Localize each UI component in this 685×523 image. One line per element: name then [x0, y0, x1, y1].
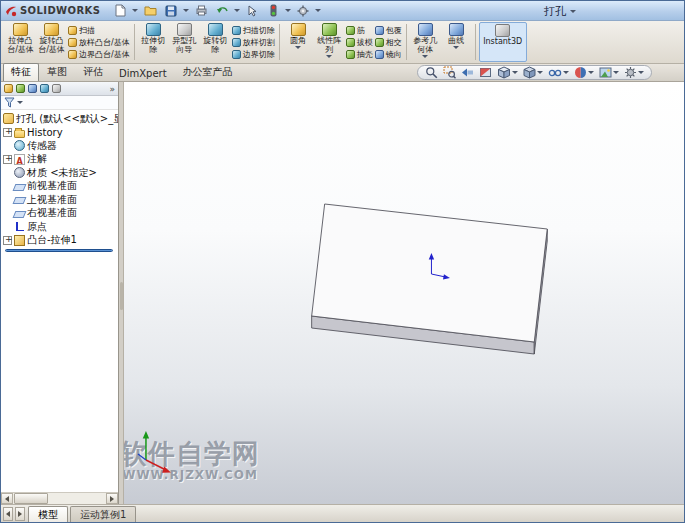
display-style-caret[interactable] [537, 71, 543, 74]
reference-geometry-dropdown-caret[interactable] [422, 55, 428, 58]
rib-button[interactable]: 筋 [346, 24, 373, 36]
reference-geometry-button[interactable]: 参考几何体 [410, 22, 441, 62]
options-icon[interactable] [294, 3, 312, 19]
revolved-cut-button[interactable]: 旋转切除 [200, 22, 231, 62]
part-plate[interactable] [312, 204, 548, 354]
graphics-viewport[interactable]: 软件自学网 WWW.RJZXW.COM [124, 82, 684, 504]
brand-text: SOLIDWORKS [20, 5, 100, 16]
featuremanager-tab-icon[interactable] [4, 84, 13, 93]
hide-show-items-icon[interactable] [548, 66, 569, 79]
hide-show-items-caret[interactable] [563, 71, 569, 74]
undo-icon[interactable] [213, 3, 231, 19]
view-settings-caret[interactable] [638, 71, 644, 74]
tab-sketch[interactable]: 草图 [39, 63, 75, 81]
draft-button[interactable]: 拔模 [346, 36, 373, 48]
save-icon[interactable] [162, 3, 180, 19]
model-tab[interactable]: 模型 [28, 506, 68, 522]
title-menu-caret[interactable] [570, 10, 576, 13]
tree-item-boss-extrude1[interactable]: 凸台-拉伸1 [1, 234, 118, 248]
select-arrow-icon[interactable] [243, 3, 261, 19]
apply-scene-icon[interactable] [599, 66, 619, 79]
motion-study-tab[interactable]: 运动算例1 [70, 506, 136, 522]
sheet-nav-prev-button[interactable] [3, 507, 13, 521]
scroll-thumb[interactable] [14, 493, 48, 504]
tree-item-part-root[interactable]: 打孔 (默认<<默认>_显示状态 [1, 112, 118, 126]
plane-icon [13, 197, 27, 204]
scroll-track[interactable] [13, 493, 106, 504]
scroll-left-button[interactable] [1, 493, 13, 504]
boundary-cut-button[interactable]: 边界切除 [232, 48, 275, 60]
boss-extrude-button[interactable]: 拉伸凸台/基体 [5, 22, 36, 62]
undo-dropdown-caret[interactable] [234, 9, 240, 12]
intersect-button[interactable]: 相交 [375, 36, 402, 48]
linear-pattern-dropdown-caret[interactable] [326, 55, 332, 58]
linear-pattern-button[interactable]: 线性阵列 [314, 22, 345, 62]
hole-wizard-button[interactable]: 异型孔向导 [169, 22, 200, 62]
tree-item-annotations[interactable]: 注解 [1, 153, 118, 167]
boundary-boss-button[interactable]: 边界凸台/基体 [68, 48, 130, 60]
tab-evaluate[interactable]: 评估 [75, 63, 111, 81]
save-dropdown-caret[interactable] [183, 9, 189, 12]
curves-button[interactable]: 曲线 [441, 22, 472, 62]
filter-caret[interactable] [17, 101, 23, 104]
viewport-canvas[interactable] [124, 82, 684, 504]
swept-cut-button[interactable]: 扫描切除 [232, 24, 275, 36]
print-icon[interactable] [192, 3, 210, 19]
tree-item-top-plane[interactable]: 上视基准面 [1, 193, 118, 207]
edit-appearance-icon[interactable] [574, 66, 594, 79]
shell-button[interactable]: 抽壳 [346, 48, 373, 60]
sheet-nav-next-button[interactable] [15, 507, 25, 521]
new-dropdown-caret[interactable] [132, 9, 138, 12]
apply-scene-caret[interactable] [613, 71, 619, 74]
filter-funnel-icon[interactable] [4, 97, 15, 108]
view-settings-icon[interactable] [624, 66, 644, 79]
display-style-icon[interactable] [523, 66, 543, 79]
dimxpertmanager-tab-icon[interactable] [40, 84, 49, 93]
displaymanager-tab-icon[interactable] [52, 84, 61, 93]
revolved-boss-button[interactable]: 旋转凸台/基体 [36, 22, 67, 62]
zoom-fit-icon[interactable] [425, 66, 438, 79]
options-dropdown-caret[interactable] [315, 9, 321, 12]
curves-dropdown-caret[interactable] [453, 46, 459, 49]
tab-dimxpert[interactable]: DimXpert [111, 66, 175, 81]
lofted-boss-button[interactable]: 放样凸台/基体 [68, 36, 130, 48]
expand-icon[interactable] [3, 128, 12, 137]
rebuild-icon[interactable] [264, 3, 282, 19]
zoom-area-icon[interactable] [443, 66, 456, 79]
view-orientation-icon[interactable] [497, 66, 518, 79]
tree-item-origin[interactable]: 原点 [1, 220, 118, 234]
lofted-cut-button[interactable]: 放样切割 [232, 36, 275, 48]
open-icon[interactable] [141, 3, 159, 19]
previous-view-icon[interactable] [461, 66, 474, 79]
fillet-dropdown-caret[interactable] [295, 46, 301, 49]
edit-appearance-caret[interactable] [588, 71, 594, 74]
extruded-cut-button[interactable]: 拉伸切除 [138, 22, 169, 62]
scroll-right-button[interactable] [106, 493, 118, 504]
tree-item-sensors[interactable]: 传感器 [1, 139, 118, 153]
tree-item-history[interactable]: History [1, 126, 118, 140]
instant3d-toggle-button[interactable]: Instant3D [479, 22, 527, 62]
expand-icon[interactable] [3, 236, 12, 245]
fillet-button[interactable]: 圆角 [283, 22, 314, 62]
part-icon [3, 113, 14, 124]
tree-item-material[interactable]: 材质 <未指定> [1, 166, 118, 180]
tree-item-right-plane[interactable]: 右视基准面 [1, 207, 118, 221]
propertymanager-tab-icon[interactable] [16, 84, 25, 93]
swept-boss-button[interactable]: 扫描 [68, 24, 130, 36]
tab-office-products[interactable]: 办公室产品 [175, 63, 241, 81]
new-document-icon[interactable] [111, 3, 129, 19]
wrap-button[interactable]: 包覆 [375, 24, 402, 36]
manager-tab-overflow[interactable]: » [109, 84, 115, 94]
expand-icon[interactable] [3, 155, 12, 164]
rebuild-dropdown-caret[interactable] [285, 9, 291, 12]
tree-item-front-plane[interactable]: 前视基准面 [1, 180, 118, 194]
view-orientation-caret[interactable] [512, 71, 518, 74]
configurationmanager-tab-icon[interactable] [28, 84, 37, 93]
mirror-button[interactable]: 镜向 [375, 48, 402, 60]
feature-manager-panel: » 打孔 (默认<<默认>_显示状态 History [1, 82, 119, 504]
panel-horizontal-scrollbar[interactable] [1, 492, 118, 504]
tab-features[interactable]: 特征 [3, 63, 39, 81]
splitter-grip[interactable] [120, 282, 123, 310]
section-view-icon[interactable] [479, 66, 492, 79]
rollback-bar[interactable] [5, 249, 113, 252]
